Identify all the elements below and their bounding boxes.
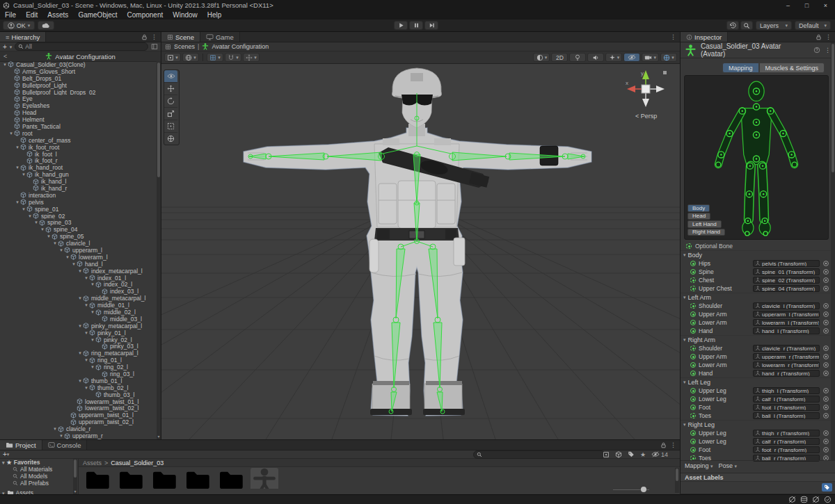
scene-visibility-toggle[interactable] xyxy=(623,53,640,62)
hierarchy-item[interactable]: ▾ upperarm_l xyxy=(0,247,157,254)
expand-arrow[interactable]: ▾ xyxy=(77,378,83,384)
object-picker-icon[interactable] xyxy=(822,412,829,419)
inspector-scrollbar[interactable] xyxy=(831,42,835,460)
expand-arrow[interactable]: ▾ xyxy=(58,247,64,253)
hierarchy-item[interactable]: Pants_Tactical xyxy=(0,123,157,130)
kebab-menu-icon[interactable]: ⋮ xyxy=(151,33,157,40)
breadcrumb-scenes[interactable]: Scenes xyxy=(174,43,195,50)
object-picker-icon[interactable] xyxy=(822,446,829,453)
hierarchy-item[interactable]: Helment xyxy=(0,116,157,123)
menu-item[interactable]: GameObject xyxy=(73,11,122,19)
expand-arrow[interactable]: ▾ xyxy=(90,364,95,370)
assets-scrollbar[interactable] xyxy=(675,468,679,493)
hierarchy-scrollbar[interactable]: ▾ xyxy=(157,61,161,439)
hierarchy-item[interactable]: ▾ lowerarm_l xyxy=(0,254,157,261)
refresh-disabled-icon[interactable] xyxy=(812,496,820,503)
mapping-menu[interactable]: Mapping ▾ xyxy=(685,462,713,469)
hierarchy-item[interactable]: ▾ index_01_l xyxy=(0,275,157,282)
camera-settings-dropdown[interactable]: ▾ xyxy=(642,53,659,62)
hierarchy-item[interactable]: Eyelashes xyxy=(0,102,157,109)
hierarchy-item[interactable]: ▾ index_02_l xyxy=(0,282,157,288)
gizmo-right-cone[interactable] xyxy=(656,86,665,92)
menu-item[interactable]: Component xyxy=(122,11,168,19)
hierarchy-item[interactable]: ▾ ring_metacarpal_l xyxy=(0,350,157,357)
tool-handle-rotation-dropdown[interactable]: ▾ xyxy=(182,53,199,62)
gizmos-dropdown[interactable]: ▾ xyxy=(660,53,677,62)
rect-tool-button[interactable] xyxy=(164,120,177,133)
transform-object-field[interactable]: ball_l (Transform) xyxy=(753,412,820,419)
expand-arrow[interactable]: ▾ xyxy=(40,227,45,232)
hierarchy-item[interactable]: Eye xyxy=(0,95,157,102)
transform-object-field[interactable]: foot_r (Transform) xyxy=(753,446,820,453)
help-icon[interactable] xyxy=(813,47,820,54)
object-picker-icon[interactable] xyxy=(822,319,829,326)
bone-section-header[interactable]: ▾ Right Arm xyxy=(681,335,832,344)
hierarchy-item[interactable]: ▾ ik_hand_gun xyxy=(0,171,157,178)
transform-object-field[interactable]: clavicle_l (Transform) xyxy=(753,302,820,309)
hierarchy-item[interactable]: ▾ pinky_metacarpal_l xyxy=(0,323,157,330)
breadcrumb-avatar-config[interactable]: Avatar Configuration xyxy=(212,43,269,50)
expand-arrow[interactable]: ▾ xyxy=(77,295,83,301)
shading-mode-dropdown[interactable]: ▾ xyxy=(533,53,550,62)
hierarchy-item[interactable]: ▾ clavicle_l xyxy=(0,240,157,247)
expand-arrow[interactable]: ▾ xyxy=(90,337,95,343)
expand-arrow[interactable]: ▾ xyxy=(77,268,83,274)
object-picker-icon[interactable] xyxy=(822,327,829,334)
expand-arrow[interactable]: ▾ xyxy=(90,309,95,315)
asset-tile[interactable] xyxy=(150,469,178,489)
transform-object-field[interactable]: lowerarm_r (Transform) xyxy=(753,361,820,368)
transform-object-field[interactable]: thigh_l (Transform) xyxy=(753,387,820,394)
cache-disabled-icon[interactable] xyxy=(788,496,796,503)
cache-server-icon[interactable] xyxy=(800,496,808,503)
hierarchy-item[interactable]: Bulletproof_Light xyxy=(0,82,157,89)
asset-labels-header[interactable]: Asset Labels xyxy=(681,473,835,482)
transform-object-field[interactable]: spine_02 (Transform) xyxy=(753,277,820,284)
transform-object-field[interactable]: spine_01 (Transform) xyxy=(753,268,820,275)
2d-toggle[interactable]: 2D xyxy=(551,53,568,62)
expand-arrow[interactable]: ▾ xyxy=(84,385,89,391)
object-picker-icon[interactable] xyxy=(822,260,829,267)
asset-tile[interactable] xyxy=(184,469,212,489)
expand-arrow[interactable]: ▾ xyxy=(46,234,51,239)
hierarchy-item[interactable]: ▾ thumb_02_l xyxy=(0,384,157,391)
hierarchy-item[interactable]: ▾ middle_metacarpal_l xyxy=(0,295,157,302)
expand-arrow[interactable]: ▾ xyxy=(33,220,39,225)
kebab-menu-icon[interactable]: ⋮ xyxy=(825,33,832,40)
hierarchy-item[interactable]: ▾ thumb_01_l xyxy=(0,377,157,384)
expand-arrow[interactable]: ▾ xyxy=(77,350,83,356)
back-chevron-icon[interactable]: < xyxy=(3,53,7,60)
hierarchy-item[interactable]: ▾ index_metacarpal_l xyxy=(0,268,157,275)
create-caret-icon[interactable]: ▾ xyxy=(10,44,13,49)
object-picker-icon[interactable] xyxy=(822,302,829,309)
expand-arrow[interactable]: ▾ xyxy=(90,282,95,287)
create-add-button[interactable]: + xyxy=(3,43,7,51)
account-button[interactable]: OK▾ xyxy=(3,21,35,30)
favorites-root[interactable]: ▾ ★ Favorites xyxy=(0,459,78,466)
bone-section-header[interactable]: ▾ Body xyxy=(681,250,832,259)
transform-object-field[interactable]: hand_r (Transform) xyxy=(753,370,820,377)
expand-arrow[interactable]: ▾ xyxy=(27,213,33,219)
hierarchy-item[interactable]: Bulletproof_Light_Drops_02 xyxy=(0,89,157,96)
menu-item[interactable]: Assets xyxy=(42,11,73,19)
favorites-item[interactable]: All Models xyxy=(0,473,78,480)
object-picker-icon[interactable] xyxy=(822,438,829,445)
hidden-items-count[interactable]: 14 xyxy=(651,451,668,458)
menu-item[interactable]: File xyxy=(0,11,21,19)
hierarchy-item[interactable]: ▾ spine_03 xyxy=(0,219,157,226)
open-in-search-icon[interactable] xyxy=(603,451,610,458)
hierarchy-item[interactable]: ▾ Casual_Soldier_03(Clone) xyxy=(0,61,157,68)
hierarchy-item[interactable]: ▾ middle_02_l xyxy=(0,309,157,316)
kebab-menu-icon[interactable]: ⋮ xyxy=(825,47,831,54)
save-search-star-icon[interactable]: ★ xyxy=(640,451,646,458)
expand-arrow[interactable]: ▾ xyxy=(8,131,14,136)
object-picker-icon[interactable] xyxy=(822,345,829,352)
transform-object-field[interactable]: calf_r (Transform) xyxy=(753,438,820,445)
search-everything-button[interactable] xyxy=(740,21,753,30)
favorites-item[interactable]: All Prefabs xyxy=(0,480,78,487)
transform-object-field[interactable]: thigh_r (Transform) xyxy=(753,430,820,437)
section-fold-arrow[interactable]: ▾ xyxy=(683,295,686,300)
hierarchy-item[interactable]: ▾ middle_01_l xyxy=(0,302,157,309)
hierarchy-item[interactable]: ▾ ik_hand_root xyxy=(0,164,157,171)
tab-console[interactable]: Console xyxy=(42,440,88,450)
expand-arrow[interactable]: ▾ xyxy=(15,200,20,205)
